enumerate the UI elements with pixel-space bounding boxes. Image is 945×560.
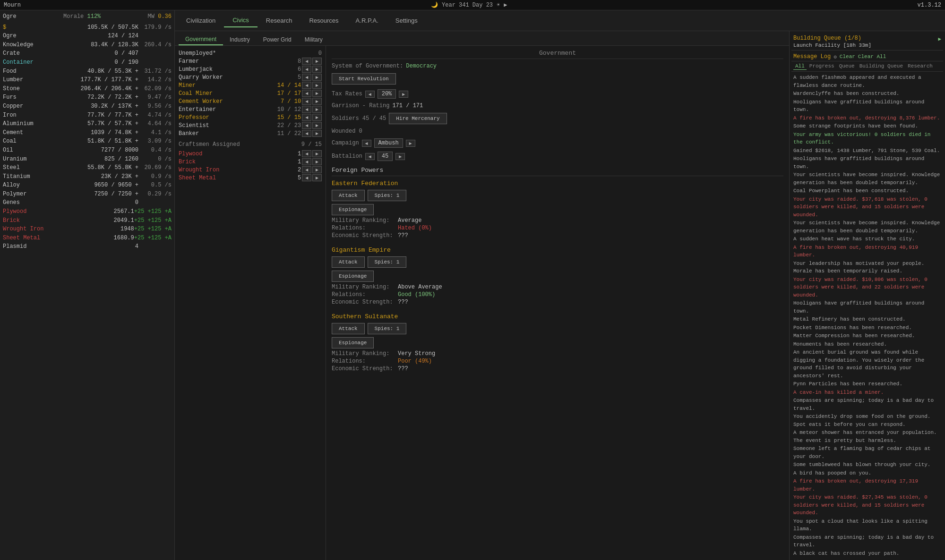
craftsman-decrease-btn[interactable]: ◄: [302, 166, 311, 173]
battalion-next-btn[interactable]: ►: [395, 153, 405, 160]
craftsman-decrease-btn[interactable]: ◄: [302, 150, 311, 157]
msg-clear-all-btn[interactable]: Clear All: [858, 54, 886, 59]
subtab-government[interactable]: Government: [179, 34, 223, 45]
craftsman-increase-btn[interactable]: ►: [312, 150, 322, 157]
worker-increase-btn[interactable]: ►: [312, 114, 322, 121]
southern-strength: Economic Strength: ???: [332, 365, 783, 372]
garrison-value: 171 / 171: [392, 102, 423, 109]
craftsman-decrease-btn[interactable]: ◄: [302, 174, 311, 181]
craftsman-increase-btn[interactable]: ►: [312, 174, 322, 181]
tab-research[interactable]: Research: [258, 14, 301, 27]
craftsman-count: 1: [292, 159, 301, 165]
message-line: A fire has broken out, destroying 8,376 …: [793, 114, 941, 122]
southern-spies-btn[interactable]: Spies: 1: [368, 323, 407, 334]
play-icon[interactable]: ▶: [504, 1, 507, 8]
msg-filter-building[interactable]: Building Queue: [858, 63, 905, 70]
worker-increase-btn[interactable]: ►: [312, 98, 322, 105]
worker-increase-btn[interactable]: ►: [312, 130, 322, 137]
worker-increase-btn[interactable]: ►: [312, 82, 322, 89]
resource-value: 2567.1: [26, 207, 134, 216]
eastern-attack-btn[interactable]: Attack: [332, 190, 365, 201]
message-line: Coal Powerplant has been constructed.: [793, 187, 941, 195]
craftsmen-label: Craftsmen Assigned: [179, 141, 240, 148]
southern-espionage-btn[interactable]: Espionage: [332, 337, 374, 348]
resource-row: Brick2049.1+25 +125 +A: [3, 216, 172, 225]
resource-rate: 179.9 /s: [138, 23, 172, 32]
subtab-military[interactable]: Military: [298, 34, 329, 45]
resource-value: 1948: [43, 225, 134, 234]
sun-icon: ☀: [497, 1, 500, 8]
msg-filter-progress[interactable]: Progress: [808, 63, 836, 70]
subtab-powergrid[interactable]: Power Grid: [257, 34, 298, 45]
tax-increase-btn[interactable]: ►: [399, 91, 408, 98]
tab-civics[interactable]: Civics: [224, 14, 258, 27]
tab-settings[interactable]: Settings: [387, 14, 426, 27]
message-line: A cave-in has killed a miner.: [793, 389, 941, 397]
worker-decrease-btn[interactable]: ◄: [302, 130, 311, 137]
campaign-label: Campaign: [332, 140, 359, 146]
gigantism-attack-btn[interactable]: Attack: [332, 256, 365, 268]
craftsman-increase-btn[interactable]: ►: [312, 166, 322, 173]
gigantism-spies-btn[interactable]: Spies: 1: [368, 256, 407, 268]
worker-increase-btn[interactable]: ►: [312, 106, 322, 113]
tab-civilization[interactable]: Civilization: [178, 14, 224, 27]
gigantism-espionage-btn[interactable]: Espionage: [332, 271, 374, 282]
battalion-prev-btn[interactable]: ◄: [365, 153, 375, 160]
worker-decrease-btn[interactable]: ◄: [302, 74, 311, 81]
campaign-prev-btn[interactable]: ◄: [362, 140, 371, 147]
resource-name: Plywood: [3, 207, 26, 216]
worker-decrease-btn[interactable]: ◄: [302, 82, 311, 89]
worker-increase-btn[interactable]: ►: [312, 122, 322, 129]
worker-increase-btn[interactable]: ►: [312, 90, 322, 97]
campaign-next-btn[interactable]: ►: [406, 140, 415, 147]
worker-decrease-btn[interactable]: ◄: [302, 106, 311, 113]
resource-name: Lumber: [3, 76, 23, 85]
eastern-espionage-btn[interactable]: Espionage: [332, 204, 374, 215]
resource-value: 72.2K / 72.2K +: [17, 93, 138, 102]
msg-filter-queue[interactable]: Queue: [837, 63, 857, 70]
tab-arpa[interactable]: A.R.P.A.: [347, 14, 387, 27]
resource-rate: 4.74 /s: [138, 111, 172, 120]
resource-rate: 0 /s: [138, 155, 172, 164]
tab-resources[interactable]: Resources: [301, 14, 347, 27]
subtab-industry[interactable]: Industry: [223, 34, 257, 45]
tax-decrease-btn[interactable]: ◄: [365, 91, 375, 98]
worker-decrease-btn[interactable]: ◄: [302, 114, 311, 121]
msg-filter-all[interactable]: All: [793, 63, 807, 70]
year-display: Year 341 Day 23: [442, 2, 493, 8]
craftsman-increase-btn[interactable]: ►: [312, 158, 322, 165]
worker-increase-btn[interactable]: ►: [312, 58, 322, 65]
worker-row: Lumberjack6◄►: [179, 65, 322, 73]
resource-row: Cement1039 / 74.8K +4.1 /s: [3, 128, 172, 137]
worker-increase-btn[interactable]: ►: [312, 66, 322, 73]
worker-name: Miner: [179, 82, 196, 89]
system-label: System of Government:: [332, 63, 403, 69]
worker-decrease-btn[interactable]: ◄: [302, 122, 311, 129]
msg-filter-research[interactable]: Research: [906, 63, 935, 70]
resource-row: Wrought Iron1948+25 +125 +A: [3, 225, 172, 234]
resource-value: 83.4K / 128.3K: [34, 41, 138, 50]
revolution-button[interactable]: Start Revolution: [332, 73, 396, 85]
hire-mercenary-btn[interactable]: Hire Mercenary: [389, 113, 447, 124]
message-line: You spot a cloud that looks like a spitt…: [793, 518, 941, 533]
southern-attack-btn[interactable]: Attack: [332, 323, 365, 334]
msg-settings-icon[interactable]: ⚙: [833, 54, 837, 60]
resource-row: Container0 / 190: [3, 58, 172, 67]
worker-decrease-btn[interactable]: ◄: [302, 58, 311, 65]
craftsman-count: 1: [292, 151, 301, 157]
bq-expand-btn[interactable]: ▶: [938, 36, 941, 42]
system-value: Democracy: [406, 63, 437, 69]
worker-decrease-btn[interactable]: ◄: [302, 66, 311, 73]
resource-row: Polymer7250 / 7250 +0.29 /s: [3, 190, 172, 199]
worker-increase-btn[interactable]: ►: [312, 74, 322, 81]
craftsman-row: Plywood1◄►: [179, 150, 322, 158]
eastern-strength: Economic Strength: ???: [332, 232, 783, 239]
worker-decrease-btn[interactable]: ◄: [302, 90, 311, 97]
craftsman-decrease-btn[interactable]: ◄: [302, 158, 311, 165]
title-center: 🌙 Year 341 Day 23 ☀ ▶: [431, 1, 507, 8]
worker-decrease-btn[interactable]: ◄: [302, 98, 311, 105]
bq-title: Building Queue (1/8): [793, 35, 861, 42]
msg-clear-btn[interactable]: Clear: [840, 54, 855, 59]
eastern-spies-btn[interactable]: Spies: 1: [368, 190, 407, 201]
southern-sultanate-block: Southern Sultanate Attack Spies: 1 Espio…: [332, 313, 783, 372]
